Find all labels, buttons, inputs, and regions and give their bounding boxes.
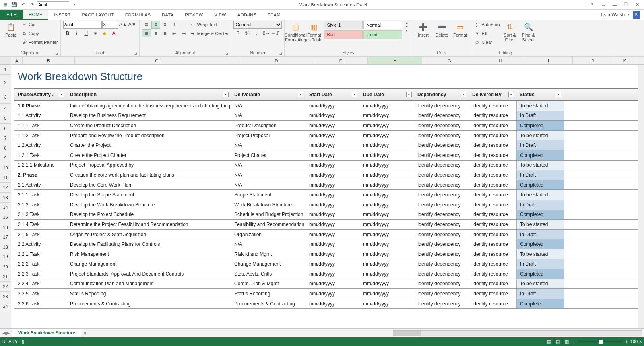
table-cell[interactable]: Develop the Work Breakdown Structure: [67, 200, 231, 210]
table-cell[interactable]: mm/dd/yyyy: [360, 299, 414, 309]
autosum-button[interactable]: ∑AutoSum: [474, 21, 500, 29]
percent-format-button[interactable]: %: [243, 29, 252, 37]
table-cell[interactable]: Identify resource: [469, 220, 516, 229]
table-cell[interactable]: 2. Phase: [14, 170, 67, 180]
table-cell[interactable]: Schedule and Budget Projection: [231, 210, 306, 220]
table-cell[interactable]: Completed: [516, 299, 564, 309]
row-header-7[interactable]: 7: [0, 133, 11, 143]
grid-body[interactable]: Work Breakdown Structure Phase/Activity …: [11, 65, 644, 328]
table-cell[interactable]: 1.1 Activity: [14, 111, 67, 121]
table-cell[interactable]: In Draft: [516, 289, 564, 299]
row-header-2[interactable]: 2: [0, 75, 11, 91]
filter-icon[interactable]: ▾: [461, 92, 466, 97]
table-cell[interactable]: N/A: [231, 239, 306, 249]
table-cell[interactable]: To be started: [516, 220, 564, 229]
column-header-F[interactable]: F: [368, 57, 422, 64]
table-cell[interactable]: Identify resource: [469, 190, 516, 200]
table-cell[interactable]: 2.2.1 Task: [14, 249, 67, 259]
table-cell[interactable]: Identify dependency: [414, 111, 469, 121]
table-cell[interactable]: Identify resource: [469, 249, 516, 259]
table-cell[interactable]: mm/dd/yyyy: [360, 220, 414, 229]
table-cell[interactable]: Identify resource: [469, 150, 516, 160]
format-as-table-button[interactable]: ▦Format as Table: [305, 21, 322, 42]
row-header-15[interactable]: 15: [0, 212, 11, 222]
table-cell[interactable]: Determine the Project Feasibility and Re…: [67, 220, 231, 229]
table-cell[interactable]: mm/dd/yyyy: [360, 230, 414, 239]
normal-view-button[interactable]: ▦: [545, 338, 553, 345]
row-header-5[interactable]: 5: [0, 113, 11, 124]
column-header-H[interactable]: H: [477, 57, 524, 64]
merge-center-button[interactable]: ⬌Merge & Center: [190, 29, 229, 37]
row-header-19[interactable]: 19: [0, 252, 11, 262]
table-row[interactable]: 2.1.1 TaskDevelop the Scope StatementSco…: [14, 190, 644, 200]
format-painter-button[interactable]: 🖌Format Painter: [21, 38, 58, 46]
table-cell[interactable]: To be started: [516, 161, 564, 170]
table-cell[interactable]: mm/dd/yyyy: [306, 170, 360, 180]
table-row[interactable]: 2.2.5 TaskStatus ReportingStatus Reporti…: [14, 289, 644, 299]
table-cell[interactable]: 2.2 Activity: [14, 239, 67, 249]
zoom-level[interactable]: 100%: [630, 339, 642, 344]
horizontal-scrollbar[interactable]: [90, 330, 644, 336]
table-cell[interactable]: Identify resource: [469, 101, 516, 111]
row-header-12[interactable]: 12: [0, 183, 11, 193]
table-row[interactable]: 1.2.1 TaskCreate the Project CharterProj…: [14, 150, 644, 161]
undo-icon[interactable]: ↶: [19, 1, 27, 8]
accounting-format-button[interactable]: $: [233, 29, 242, 37]
increase-decimal-button[interactable]: .0→: [261, 29, 270, 37]
table-cell[interactable]: Identify dependency: [414, 121, 469, 130]
ribbon-tab-data[interactable]: DATA: [156, 10, 179, 20]
table-cell[interactable]: Identify dependency: [414, 190, 469, 200]
table-cell[interactable]: Identify dependency: [414, 239, 469, 249]
table-cell[interactable]: Develop the Project Schedule: [67, 210, 231, 220]
table-cell[interactable]: mm/dd/yyyy: [306, 289, 360, 299]
table-cell[interactable]: Identify dependency: [414, 131, 469, 140]
find-select-button[interactable]: 🔍Find & Select: [520, 21, 537, 42]
ribbon-tab-insert[interactable]: INSERT: [48, 10, 76, 20]
table-cell[interactable]: mm/dd/yyyy: [306, 239, 360, 249]
orientation-button[interactable]: ⤴: [170, 21, 179, 29]
table-cell[interactable]: Status Reporting: [67, 289, 231, 299]
page-layout-view-button[interactable]: ▤: [553, 338, 562, 345]
copy-button[interactable]: ⧉Copy: [21, 29, 58, 37]
row-header-22[interactable]: 22: [0, 282, 11, 292]
row-header-9[interactable]: 9: [0, 153, 11, 163]
table-cell[interactable]: mm/dd/yyyy: [360, 269, 414, 279]
table-cell[interactable]: Work Breakdown Structure: [231, 200, 306, 210]
table-row[interactable]: 2.2.3 TaskProject Standards, Approval, A…: [14, 269, 644, 279]
column-header-C[interactable]: C: [75, 57, 239, 64]
table-row[interactable]: 2.2 ActivityDevelop the Facilitating Pla…: [14, 239, 644, 249]
table-cell[interactable]: Identify resource: [469, 140, 516, 150]
table-cell[interactable]: 2.1.1 Task: [14, 190, 67, 200]
table-cell[interactable]: mm/dd/yyyy: [360, 131, 414, 140]
row-header-23[interactable]: 23: [0, 292, 11, 302]
table-row[interactable]: 1.1.1 TaskCreate the Product Description…: [14, 121, 644, 131]
wrap-text-button[interactable]: ↩Wrap Text: [190, 21, 229, 29]
decrease-decimal-button[interactable]: ←.0: [270, 29, 279, 37]
underline-button[interactable]: U: [82, 29, 91, 37]
table-row[interactable]: 2.1.4 TaskDetermine the Project Feasibil…: [14, 220, 644, 230]
table-cell[interactable]: Organize Project & Staff Acquisition: [67, 230, 231, 239]
table-row[interactable]: 2. PhaseCreation the core work plan and …: [14, 170, 644, 180]
table-row[interactable]: 1.1.2 TaskPrepare and Review the Product…: [14, 131, 644, 141]
borders-button[interactable]: ⊞: [91, 29, 100, 37]
table-cell[interactable]: mm/dd/yyyy: [306, 111, 360, 121]
table-cell[interactable]: mm/dd/yyyy: [306, 131, 360, 140]
zoom-slider[interactable]: [578, 341, 623, 342]
macro-record-icon[interactable]: ▯: [22, 339, 24, 344]
table-cell[interactable]: 1.0 Phase: [14, 101, 67, 111]
table-cell[interactable]: Identify resource: [469, 230, 516, 239]
table-cell[interactable]: Identify dependency: [414, 230, 469, 239]
table-row[interactable]: 2.2.2 TaskChange ManagementChange Manage…: [14, 260, 644, 270]
table-cell[interactable]: To be started: [516, 249, 564, 259]
column-header-J[interactable]: J: [573, 57, 613, 64]
table-cell[interactable]: Identify dependency: [414, 161, 469, 170]
bold-button[interactable]: B: [63, 29, 72, 37]
table-cell[interactable]: Project Charter: [231, 150, 306, 160]
table-cell[interactable]: Feasibility and Recommendation: [231, 220, 306, 229]
table-cell[interactable]: mm/dd/yyyy: [306, 161, 360, 170]
sheet-tab-active[interactable]: Work Breakdown Structure: [12, 329, 81, 338]
table-cell[interactable]: mm/dd/yyyy: [306, 150, 360, 160]
ribbon-tab-team[interactable]: TEAM: [262, 10, 286, 20]
table-cell[interactable]: Identify dependency: [414, 180, 469, 190]
font-size-select[interactable]: [102, 21, 118, 29]
